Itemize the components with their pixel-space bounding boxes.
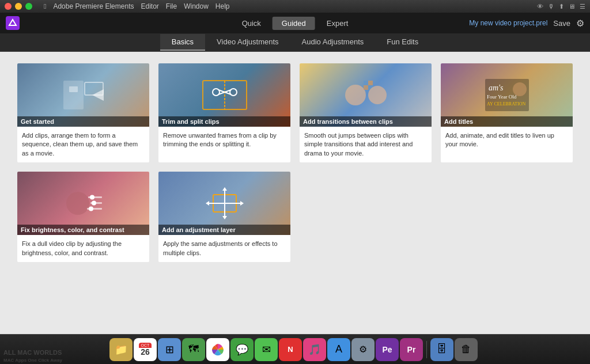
svg-point-22 — [66, 192, 89, 215]
app-header-right: My new video project.prel Save ⚙ — [469, 18, 584, 29]
icon-5: ☰ — [580, 3, 585, 10]
svg-marker-0 — [9, 20, 16, 25]
cards-grid-bottom: Fix brightness, color, and contrast Fix … — [17, 172, 573, 262]
save-button[interactable]: Save — [553, 19, 570, 28]
card-get-started-desc: Add clips, arrange them to form a sequen… — [17, 127, 149, 162]
dock-files[interactable]: 🗄 — [430, 338, 453, 361]
app-menu-name[interactable]: Adobe Premiere Elements — [53, 2, 134, 10]
card-transitions-label: Add transitions between clips — [300, 116, 432, 127]
card-brightness-desc: Fix a dull video clip by adjusting the b… — [17, 235, 149, 262]
dock-finder[interactable]: 📁 — [109, 338, 133, 361]
card-adjustment-desc: Apply the same adjustments or effects to… — [158, 235, 290, 262]
minimize-button[interactable] — [15, 3, 22, 10]
tab-basics[interactable]: Basics — [160, 34, 205, 51]
maximize-button[interactable] — [25, 3, 32, 10]
dock-facetime[interactable]: 💬 — [230, 338, 254, 361]
tab-video-adjustments[interactable]: Video Adjustments — [205, 34, 290, 51]
dock-premiere-rush[interactable]: Pr — [400, 338, 423, 361]
dock: ALL MAC WORLDSMAC Apps One Click Away 📁 … — [0, 334, 590, 364]
dock-appstore[interactable]: A — [327, 338, 350, 361]
card-trim-label: Trim and split clips — [158, 116, 290, 127]
svg-text:Four Year Old: Four Year Old — [487, 94, 517, 100]
watermark: ALL MAC WORLDSMAC Apps One Click Away — [0, 348, 66, 364]
svg-text:am's: am's — [489, 84, 504, 92]
svg-rect-13 — [368, 81, 373, 85]
menu-help[interactable]: Help — [215, 2, 230, 10]
card-brightness-image: Fix brightness, color, and contrast — [17, 172, 149, 235]
svg-point-16 — [368, 86, 387, 104]
title-bar:  Adobe Premiere Elements Editor File Wi… — [0, 0, 590, 13]
dock-news[interactable]: N — [279, 338, 302, 361]
dock-premiere-elements[interactable]: Pe — [376, 338, 399, 361]
card-get-started-image: Get started — [17, 63, 149, 127]
window-controls[interactable] — [5, 3, 32, 10]
svg-marker-32 — [222, 187, 227, 191]
menu-window[interactable]: Window — [184, 2, 209, 10]
card-transitions-image: Add transitions between clips — [300, 63, 432, 127]
project-name: My new video project.prel — [469, 19, 547, 27]
card-titles-desc: Add, animate, and edit titles to liven u… — [441, 127, 573, 154]
card-brightness-label: Fix brightness, color, and contrast — [17, 225, 149, 235]
apple-menu[interactable]:  — [44, 2, 46, 10]
tab-audio-adjustments[interactable]: Audio Adjustments — [290, 34, 376, 51]
icon-4: 🖥 — [569, 3, 575, 10]
app-logo — [6, 16, 20, 30]
card-trim-split[interactable]: Trim and split clips Remove unwanted fra… — [158, 63, 290, 162]
svg-point-26 — [90, 195, 94, 200]
icon-3: ⬆ — [559, 3, 564, 10]
card-trim-image: Trim and split clips — [158, 63, 290, 127]
svg-point-27 — [92, 201, 96, 206]
svg-marker-35 — [240, 201, 244, 206]
mode-guided[interactable]: Guided — [273, 17, 315, 30]
tab-fun-edits[interactable]: Fun Edits — [375, 34, 430, 51]
sub-navigation: Basics Video Adjustments Audio Adjustmen… — [0, 33, 590, 52]
svg-marker-34 — [206, 201, 209, 206]
empty-slot-3 — [300, 172, 432, 262]
card-titles-label: Add titles — [441, 116, 573, 127]
card-transitions[interactable]: Add transitions between clips Smooth out… — [300, 63, 432, 162]
dock-launchpad[interactable]: ⊞ — [158, 338, 181, 361]
cards-grid-top: Get started Add clips, arrange them to f… — [17, 63, 573, 162]
svg-point-28 — [89, 207, 93, 211]
svg-point-21 — [513, 82, 527, 96]
main-content: Get started Add clips, arrange them to f… — [0, 52, 590, 334]
svg-rect-1 — [63, 81, 84, 109]
title-bar-right: 👁 🎙 ⬆ 🖥 ☰ — [537, 3, 585, 10]
dock-sysprefs[interactable]: ⚙ — [351, 338, 375, 361]
dock-messages[interactable]: ✉ — [255, 338, 278, 361]
dock-photos[interactable] — [206, 338, 229, 361]
gear-icon[interactable]: ⚙ — [576, 18, 584, 29]
card-transitions-desc: Smooth out jumps between clips with simp… — [300, 127, 432, 162]
card-trim-desc: Remove unwanted frames from a clip by tr… — [158, 127, 290, 154]
card-titles[interactable]: am's Four Year Old AY CELEBRATION Add ti… — [441, 63, 573, 162]
dock-calendar[interactable]: OCT 26 — [134, 338, 157, 361]
mode-expert[interactable]: Expert — [317, 17, 358, 30]
menu-editor[interactable]: Editor — [141, 2, 158, 10]
card-adjustment-label: Add an adjustment layer — [158, 225, 290, 235]
mode-switcher: Quick Guided Expert — [233, 17, 358, 30]
mode-quick[interactable]: Quick — [233, 17, 270, 30]
svg-rect-12 — [364, 81, 368, 85]
dock-trash[interactable]: 🗑 — [455, 338, 478, 361]
card-get-started[interactable]: Get started Add clips, arrange them to f… — [17, 63, 149, 162]
svg-marker-33 — [222, 216, 227, 219]
empty-slot-4 — [441, 172, 573, 262]
dock-separator — [426, 341, 427, 358]
dock-maps[interactable]: 🗺 — [182, 338, 205, 361]
svg-point-11 — [345, 85, 366, 105]
close-button[interactable] — [5, 3, 12, 10]
icon-2: 🎙 — [548, 3, 554, 10]
card-get-started-label: Get started — [17, 116, 149, 127]
menu-file[interactable]: File — [166, 2, 177, 10]
card-titles-image: am's Four Year Old AY CELEBRATION Add ti… — [441, 63, 573, 127]
dock-music[interactable]: 🎵 — [303, 338, 326, 361]
menu-bar:  Adobe Premiere Elements Editor File Wi… — [44, 2, 230, 10]
card-adjustment-image: Add an adjustment layer — [158, 172, 290, 235]
svg-rect-14 — [364, 85, 368, 90]
svg-text:AY CELEBRATION: AY CELEBRATION — [487, 101, 525, 107]
app-header: Quick Guided Expert My new video project… — [0, 13, 590, 33]
card-adjustment[interactable]: Add an adjustment layer Apply the same a… — [158, 172, 290, 262]
icon-1: 👁 — [537, 3, 543, 10]
svg-rect-2 — [69, 86, 78, 92]
card-brightness[interactable]: Fix brightness, color, and contrast Fix … — [17, 172, 149, 262]
